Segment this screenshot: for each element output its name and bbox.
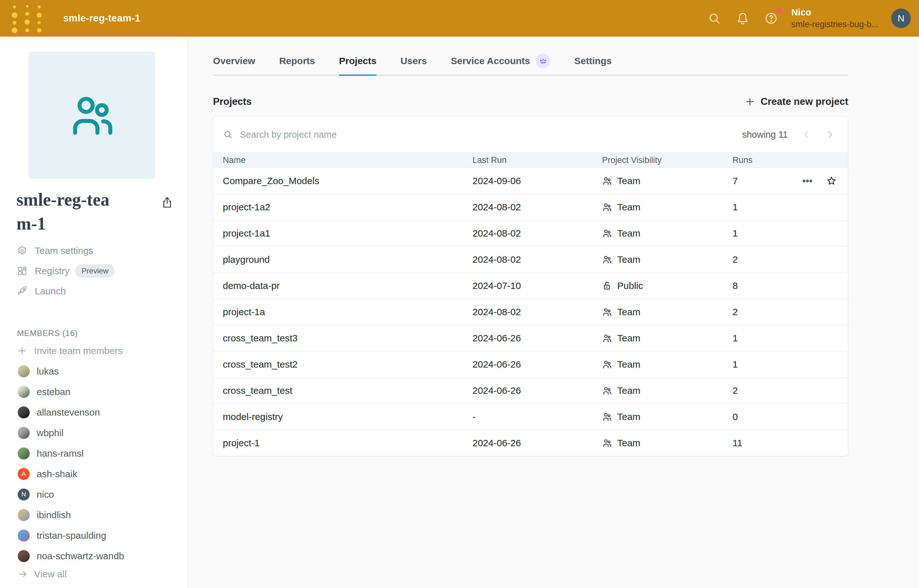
member-row[interactable]: A ash-shaik xyxy=(0,464,187,484)
visibility-cell: Team xyxy=(602,438,733,448)
member-avatar xyxy=(18,447,30,459)
team-name: smle-reg-team-1 xyxy=(16,187,124,236)
member-avatar xyxy=(18,509,30,521)
user-menu[interactable]: Nico smle-registries-bug-b... xyxy=(791,6,878,30)
people-icon xyxy=(602,307,612,317)
table-row[interactable]: project-1a2 2024-08-02 Team 1 xyxy=(213,194,848,220)
member-row[interactable]: wbphil xyxy=(0,423,187,443)
view-all-label: View all xyxy=(34,569,67,580)
table-row[interactable]: demo-data-pr 2024-07-10 Public 8 xyxy=(213,273,848,299)
tab-service-accounts[interactable]: Service Accounts xyxy=(451,59,551,74)
people-icon xyxy=(602,202,612,212)
navbar-actions: Nico smle-registries-bug-b... N xyxy=(693,6,911,30)
member-avatar xyxy=(18,386,30,398)
menu-item-registry[interactable]: Registry Preview xyxy=(16,261,187,281)
visibility-cell: Team xyxy=(602,254,733,265)
visibility-label: Team xyxy=(617,359,640,370)
pagination xyxy=(802,130,835,139)
project-name-cell: project-1a2 xyxy=(223,202,472,213)
table-row[interactable]: playground 2024-08-02 Team 2 xyxy=(213,246,848,273)
table-row[interactable]: model-registry - Team 0 xyxy=(213,404,848,430)
tab-label: Reports xyxy=(279,56,315,66)
column-header-name: Name xyxy=(223,155,472,165)
table-row[interactable]: project-1a1 2024-08-02 Team 1 xyxy=(213,220,848,246)
member-row[interactable]: lukas xyxy=(0,361,187,381)
member-row[interactable]: hans-ramsl xyxy=(0,443,187,464)
avatar[interactable]: N xyxy=(891,8,911,28)
search-icon xyxy=(223,129,233,140)
member-row[interactable]: noa-schwartz-wandb xyxy=(0,546,187,566)
runs-cell: 1 xyxy=(733,202,802,213)
project-name-cell: playground xyxy=(223,254,472,265)
table-row[interactable]: project-1 2024-06-26 Team 11 xyxy=(213,430,848,456)
visibility-cell: Team xyxy=(602,176,733,186)
team-header: smle-reg-team-1 xyxy=(16,187,174,236)
tab-settings[interactable]: Settings xyxy=(574,59,611,74)
visibility-cell: Team xyxy=(602,385,733,396)
search-icon[interactable] xyxy=(707,11,721,25)
menu-item-launch[interactable]: Launch xyxy=(16,281,187,301)
members-header: MEMBERS (16) xyxy=(17,328,187,338)
menu-label: Registry xyxy=(35,266,70,276)
member-name: nico xyxy=(37,489,54,500)
table-toolbar: showing 11 xyxy=(213,116,848,152)
tab-users[interactable]: Users xyxy=(400,59,426,74)
overflow-menu-icon[interactable] xyxy=(802,176,813,186)
visibility-label: Team xyxy=(617,202,640,213)
main-content: Overview Reports Projects Users xyxy=(188,37,919,588)
share-icon[interactable] xyxy=(160,196,174,209)
member-name: esteban xyxy=(37,386,70,397)
member-avatar xyxy=(18,550,30,562)
tab-projects[interactable]: Projects xyxy=(339,59,376,74)
project-name-cell: cross_team_test2 xyxy=(223,359,472,370)
last-run-cell: 2024-06-26 xyxy=(472,385,602,396)
wandb-logo-icon[interactable] xyxy=(10,3,49,34)
table-row[interactable]: Compare_Zoo_Models 2024-09-06 Team 7 xyxy=(213,168,848,194)
visibility-cell: Public xyxy=(602,280,733,291)
bell-icon[interactable] xyxy=(736,11,750,25)
member-row[interactable]: tristan-spaulding xyxy=(0,525,187,546)
view-all-members-link[interactable]: View all xyxy=(18,569,187,580)
star-icon[interactable] xyxy=(826,176,837,186)
runs-cell: 0 xyxy=(733,412,802,422)
table-row[interactable]: project-1a 2024-08-02 Team 2 xyxy=(213,299,848,325)
member-name: allanstevenson xyxy=(37,407,100,418)
member-row[interactable]: ibindlish xyxy=(0,505,187,525)
navbar-team-title: smle-reg-team-1 xyxy=(63,13,140,24)
member-avatar xyxy=(18,365,30,377)
tab-overview[interactable]: Overview xyxy=(213,59,255,74)
visibility-label: Team xyxy=(617,385,640,396)
menu-item-team-settings[interactable]: Team settings xyxy=(16,241,187,261)
tab-reports[interactable]: Reports xyxy=(279,59,315,74)
create-new-project-button[interactable]: Create new project xyxy=(745,96,848,107)
table-row[interactable]: cross_team_test 2024-06-26 Team 2 xyxy=(213,377,848,404)
help-icon[interactable] xyxy=(764,11,778,25)
people-icon xyxy=(602,359,612,370)
table-row[interactable]: cross_team_test2 2024-06-26 Team 1 xyxy=(213,351,848,377)
invite-team-members-button[interactable]: Invite team members xyxy=(17,341,187,361)
showing-count: showing 11 xyxy=(742,129,788,140)
search-input[interactable] xyxy=(240,129,742,140)
last-run-cell: 2024-08-02 xyxy=(472,202,602,213)
last-run-cell: 2024-06-26 xyxy=(472,359,602,370)
visibility-label: Team xyxy=(617,254,640,265)
avatar-initial: A xyxy=(21,470,26,478)
member-row[interactable]: esteban xyxy=(0,381,187,402)
chevron-right-icon[interactable] xyxy=(825,130,835,139)
team-menu: Team settings Registry Preview Launch xyxy=(16,241,187,301)
project-name-cell: cross_team_test xyxy=(223,385,472,396)
last-run-cell: 2024-06-26 xyxy=(472,333,602,344)
column-header-runs: Runs xyxy=(733,155,838,165)
notification-dot xyxy=(776,8,783,14)
table-row[interactable]: cross_team_test3 2024-06-26 Team 1 xyxy=(213,325,848,351)
gear-icon xyxy=(16,245,28,257)
project-name-cell: model-registry xyxy=(223,412,472,422)
member-row[interactable]: allanstevenson xyxy=(0,402,187,423)
last-run-cell: 2024-08-02 xyxy=(472,307,602,317)
member-row[interactable]: N nico xyxy=(0,484,187,505)
team-sidebar: smle-reg-team-1 Team settings Registry P… xyxy=(0,37,187,588)
visibility-cell: Team xyxy=(602,307,733,317)
chevron-left-icon[interactable] xyxy=(802,130,811,139)
crown-badge-icon xyxy=(536,54,550,68)
member-name: noa-schwartz-wandb xyxy=(37,551,124,562)
